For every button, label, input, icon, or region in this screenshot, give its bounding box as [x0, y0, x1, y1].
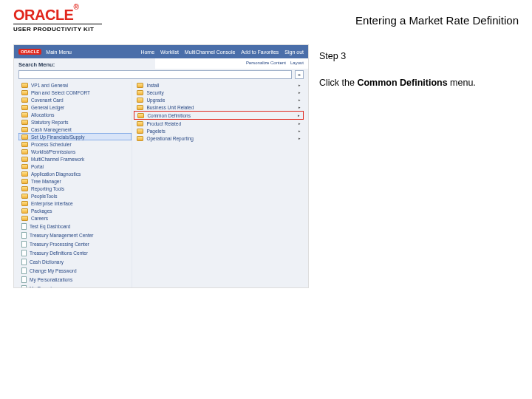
menu-item-label: Allocations	[31, 112, 54, 117]
submenu-item-label: Operational Reporting	[146, 136, 194, 141]
chevron-right-icon: ▸	[299, 121, 301, 126]
submenu-item-label: Business Unit Related	[146, 105, 194, 110]
menu-item[interactable]: Test Eq Dashboard	[18, 222, 132, 231]
folder-icon	[21, 98, 28, 103]
folder-icon	[137, 136, 143, 141]
menu-item[interactable]: Tree Manager	[18, 177, 132, 185]
folder-icon	[21, 157, 28, 162]
menu-item[interactable]: Worklist/Permissions	[18, 148, 132, 155]
document-icon	[21, 285, 27, 289]
submenu-item[interactable]: Operational Reporting▸	[134, 134, 304, 142]
topbar-link[interactable]: Sign out	[284, 50, 304, 55]
logo-divider	[13, 24, 102, 24]
menu-item-label: PeopleTools	[31, 194, 57, 199]
app-topbar: ORACLE Main Menu HomeWorklistMultiChanne…	[14, 45, 308, 58]
submenu-item[interactable]: Security▸	[134, 89, 304, 96]
submenu-item[interactable]: Upgrade▸	[134, 96, 304, 103]
content-links: Personalize ContentLayout	[155, 58, 308, 69]
folder-icon	[21, 179, 28, 184]
menu-item-label: Treasury Definitions Center	[30, 250, 88, 256]
document-icon	[21, 250, 27, 256]
menu-item[interactable]: Set Up Financials/Supply	[18, 133, 132, 140]
chevron-right-icon: ▸	[299, 83, 301, 87]
menu-item[interactable]: MultiChannel Framework	[18, 155, 132, 163]
menu-item[interactable]: PeopleTools	[18, 192, 132, 200]
menu-item[interactable]: VP1 and General	[18, 81, 132, 89]
menu-item[interactable]: Packages	[18, 207, 132, 214]
menu-item-label: Packages	[31, 208, 52, 214]
folder-icon	[21, 134, 28, 140]
topbar-link[interactable]: Home	[140, 50, 154, 55]
topbar-link[interactable]: Worklist	[160, 50, 179, 55]
menu-item-label: Careers	[31, 216, 48, 221]
menu-item[interactable]: My Reports	[18, 284, 132, 288]
menu-item[interactable]: Treasury Management Center	[18, 231, 132, 239]
folder-icon	[21, 201, 28, 206]
submenu-item[interactable]: Product Related▸	[134, 120, 304, 127]
submenu-item[interactable]: Business Unit Related▸	[134, 103, 304, 111]
menu-item[interactable]: My Personalizations	[18, 275, 132, 284]
menu-item-label: Set Up Financials/Supply	[31, 134, 85, 140]
menu-item[interactable]: Statutory Reports	[18, 118, 132, 126]
menu-item[interactable]: Treasury Definitions Center	[18, 248, 132, 257]
menu-item-label: VP1 and General	[31, 83, 68, 88]
logo-subtitle: USER PRODUCTIVITY KIT	[13, 27, 102, 33]
search-input[interactable]	[18, 70, 292, 79]
search-go-button[interactable]: »	[295, 70, 304, 79]
folder-icon	[21, 90, 28, 95]
topbar-link[interactable]: MultiChannel Console	[185, 50, 235, 55]
nav-menu: VP1 and GeneralPlan and Select COMFORTCo…	[18, 81, 132, 288]
main-menu-link[interactable]: Main Menu	[46, 50, 72, 55]
folder-icon	[21, 186, 28, 191]
menu-item-label: General Ledger	[31, 105, 64, 110]
menu-item-label: Covenant Card	[31, 98, 64, 103]
folder-icon	[137, 90, 143, 95]
menu-item[interactable]: Treasury Processing Center	[18, 239, 132, 248]
folder-icon	[21, 194, 28, 199]
menu-item-label: MultiChannel Framework	[31, 157, 84, 162]
folder-icon	[137, 105, 143, 110]
chevron-go-icon: »	[298, 72, 301, 78]
menu-item[interactable]: Application Diagnostics	[18, 170, 132, 177]
menu-item[interactable]: Change My Password	[18, 266, 132, 275]
menu-item[interactable]: Portal	[18, 163, 132, 170]
document-icon	[21, 276, 27, 283]
chevron-right-icon: ▸	[299, 136, 301, 140]
menu-item[interactable]: Enterprise Interface	[18, 200, 132, 207]
menu-item[interactable]: Cash Management	[18, 126, 132, 133]
folder-icon	[21, 105, 28, 110]
menu-item-label: Tree Manager	[31, 179, 61, 184]
step-label: Step 3	[319, 50, 511, 64]
folder-icon	[21, 171, 28, 177]
menu-item[interactable]: Reporting Tools	[18, 185, 132, 192]
menu-item[interactable]: Plan and Select COMFORT	[18, 89, 132, 96]
folder-icon	[137, 129, 143, 134]
menu-item-label: My Reports	[30, 286, 54, 289]
menu-item[interactable]: Process Scheduler	[18, 140, 132, 148]
submenu-item-label: Install	[146, 83, 159, 88]
submenu-item[interactable]: Pagelets▸	[134, 127, 304, 134]
menu-item-label: Portal	[31, 164, 44, 169]
chevron-right-icon: ▸	[299, 105, 301, 109]
folder-icon	[21, 120, 28, 125]
menu-item[interactable]: Careers	[18, 214, 132, 222]
menu-item[interactable]: General Ledger	[18, 103, 132, 111]
app-logo-badge: ORACLE	[18, 49, 41, 55]
menu-item[interactable]: Cash Dictionary	[18, 257, 132, 266]
topbar-link[interactable]: Add to Favorites	[241, 50, 279, 55]
menu-item[interactable]: Covenant Card	[18, 96, 132, 103]
app-screenshot: ORACLE Main Menu HomeWorklistMultiChanne…	[13, 44, 309, 288]
submenu-item-label: Pagelets	[146, 129, 165, 134]
nav-submenu: Install▸Security▸Upgrade▸Business Unit R…	[132, 81, 304, 288]
submenu-item-common-definitions[interactable]: Common Definitions▸	[134, 111, 304, 120]
submenu-item[interactable]: Install▸	[134, 81, 304, 89]
folder-icon	[21, 149, 28, 154]
submenu-item-label: Upgrade	[146, 98, 165, 103]
menu-item-label: My Personalizations	[30, 277, 72, 282]
content-link[interactable]: Personalize Content	[246, 61, 286, 66]
menu-item-label: Test Eq Dashboard	[30, 224, 70, 229]
chevron-right-icon: ▸	[298, 113, 300, 117]
submenu-item-label: Security	[146, 90, 163, 95]
menu-item[interactable]: Allocations	[18, 111, 132, 118]
content-link[interactable]: Layout	[290, 61, 304, 66]
